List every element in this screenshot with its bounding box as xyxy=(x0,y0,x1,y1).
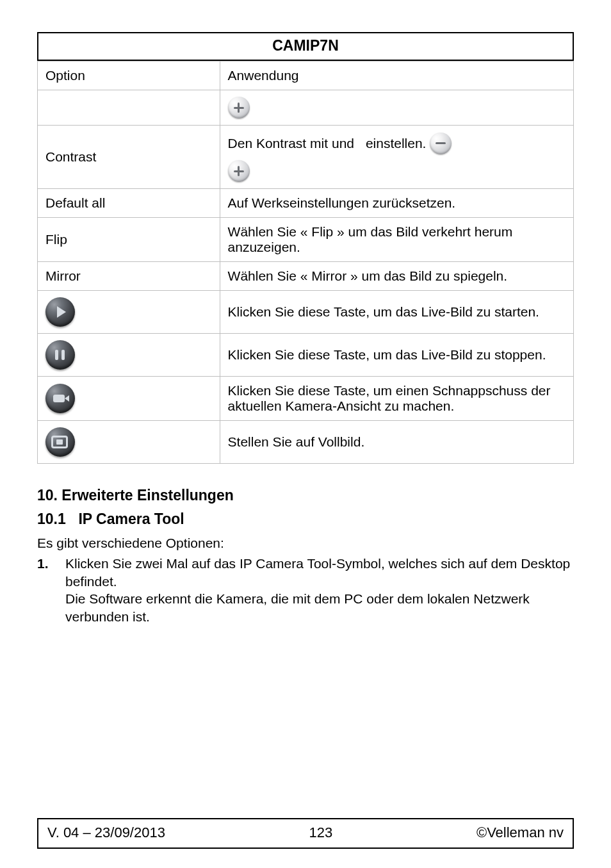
desc-cell: Klicken Sie diese Taste, um das Live-Bil… xyxy=(220,291,573,334)
option-cell: Default all xyxy=(38,189,220,218)
option-cell xyxy=(38,421,220,464)
page-footer: V. 04 – 23/09/2013 123 ©Velleman nv xyxy=(37,818,574,849)
desc-cell: Wählen Sie « Mirror » um das Bild zu spi… xyxy=(220,262,573,291)
table-row: Contrast Den Kontrast mit und einstellen… xyxy=(38,126,574,189)
table-row: Flip Wählen Sie « Flip » um das Bild ver… xyxy=(38,218,574,262)
section-heading-10: 10. Erweiterte Einstellungen xyxy=(37,487,574,504)
section-heading-10-1: 10.1 IP Camera Tool xyxy=(37,511,574,528)
table-row: Stellen Sie auf Vollbild. xyxy=(38,421,574,464)
table-row: Klicken Sie diese Taste, um einen Schnap… xyxy=(38,377,574,421)
table-row: Default all Auf Werkseinstellungen zurüc… xyxy=(38,189,574,218)
option-cell xyxy=(38,334,220,377)
option-cell xyxy=(38,377,220,421)
option-cell: Mirror xyxy=(38,262,220,291)
step-text: Klicken Sie zwei Mal auf das IP Camera T… xyxy=(65,555,574,626)
desc-cell: Stellen Sie auf Vollbild. xyxy=(220,421,573,464)
table-row xyxy=(38,90,574,126)
desc-cell: Auf Werkseinstellungen zurücksetzen. xyxy=(220,189,573,218)
header-title: CAMIP7N xyxy=(272,37,339,54)
minus-icon[interactable] xyxy=(430,133,452,154)
options-table: Option Anwendung Contrast Den Kontrast m… xyxy=(37,61,574,464)
footer-page-number: 123 xyxy=(309,824,333,841)
contrast-text-mid: und xyxy=(332,132,354,155)
intro-text: Es gibt verschiedene Optionen: xyxy=(37,534,574,552)
desc-cell: Anwendung xyxy=(220,61,573,90)
desc-cell: Klicken Sie diese Taste, um das Live-Bil… xyxy=(220,334,573,377)
desc-cell: Wählen Sie « Flip » um das Bild verkehrt… xyxy=(220,218,573,262)
option-cell: Flip xyxy=(38,218,220,262)
option-cell: Option xyxy=(38,61,220,90)
play-icon[interactable] xyxy=(45,297,75,327)
contrast-text-after: einstellen. xyxy=(366,132,427,155)
step-number: 1. xyxy=(37,555,65,626)
fullscreen-icon[interactable] xyxy=(45,427,75,457)
section-title: IP Camera Tool xyxy=(78,511,184,527)
page-header: CAMIP7N xyxy=(37,32,574,61)
option-cell: Contrast xyxy=(38,126,220,189)
footer-copyright: ©Velleman nv xyxy=(477,824,564,841)
table-row: Klicken Sie diese Taste, um das Live-Bil… xyxy=(38,291,574,334)
steps-list: 1. Klicken Sie zwei Mal auf das IP Camer… xyxy=(37,555,574,626)
desc-cell xyxy=(220,90,573,126)
plus-icon[interactable] xyxy=(228,160,250,182)
table-row: Klicken Sie diese Taste, um das Live-Bil… xyxy=(38,334,574,377)
footer-version: V. 04 – 23/09/2013 xyxy=(47,824,165,841)
option-cell xyxy=(38,291,220,334)
table-row: Mirror Wählen Sie « Mirror » um das Bild… xyxy=(38,262,574,291)
section-number: 10.1 xyxy=(37,511,74,528)
option-cell xyxy=(38,90,220,126)
pause-icon[interactable] xyxy=(45,340,75,370)
table-row: Option Anwendung xyxy=(38,61,574,90)
desc-cell: Klicken Sie diese Taste, um einen Schnap… xyxy=(220,377,573,421)
plus-icon[interactable] xyxy=(228,97,250,119)
snapshot-icon[interactable] xyxy=(45,384,75,413)
desc-cell: Den Kontrast mit und einstellen. xyxy=(220,126,573,189)
contrast-text-before: Den Kontrast mit xyxy=(228,132,328,155)
step-item: 1. Klicken Sie zwei Mal auf das IP Camer… xyxy=(37,555,574,626)
